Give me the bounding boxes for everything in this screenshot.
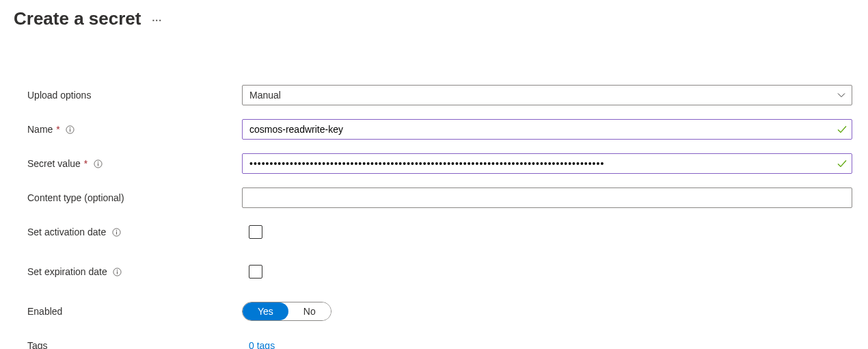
checkmark-icon xyxy=(837,124,847,135)
expiration-date-checkbox[interactable] xyxy=(249,265,262,279)
expiration-date-label-text: Set expiration date xyxy=(27,266,107,277)
more-actions-icon[interactable]: ··· xyxy=(152,15,162,26)
upload-options-value: Manual xyxy=(243,90,831,101)
upload-options-row: Upload options Manual xyxy=(27,84,854,106)
activation-date-label-text: Set activation date xyxy=(27,227,106,237)
secret-value-label: Secret value * xyxy=(27,158,242,169)
content-type-label: Content type (optional) xyxy=(27,192,242,203)
upload-options-label: Upload options xyxy=(27,90,242,101)
content-type-label-text: Content type (optional) xyxy=(27,192,124,203)
svg-point-7 xyxy=(116,229,116,230)
enabled-label: Enabled xyxy=(27,306,242,317)
svg-rect-5 xyxy=(98,163,98,166)
activation-date-label: Set activation date xyxy=(27,227,242,237)
upload-options-select[interactable]: Manual xyxy=(242,85,852,105)
required-indicator: * xyxy=(56,124,59,135)
name-input-wrap xyxy=(242,119,852,140)
content-type-row: Content type (optional) xyxy=(27,187,854,209)
secret-value-label-text: Secret value xyxy=(27,158,81,169)
secret-value-input-wrap xyxy=(242,153,852,174)
create-secret-form: Upload options Manual Name * xyxy=(0,70,868,349)
page-title: Create a secret xyxy=(14,8,141,29)
secret-value-row: Secret value * xyxy=(27,153,854,174)
chevron-down-icon xyxy=(831,91,852,99)
svg-point-10 xyxy=(117,269,118,270)
upload-options-label-text: Upload options xyxy=(27,90,91,101)
svg-rect-8 xyxy=(116,231,117,234)
enabled-toggle-group: Yes No xyxy=(242,302,331,321)
tags-label: Tags xyxy=(27,340,242,349)
svg-point-4 xyxy=(98,161,98,161)
info-icon[interactable] xyxy=(113,267,122,276)
tags-link[interactable]: 0 tags xyxy=(242,340,275,349)
name-input[interactable] xyxy=(243,120,852,139)
enabled-no-button[interactable]: No xyxy=(288,302,331,320)
tags-label-text: Tags xyxy=(27,340,48,349)
activation-date-row: Set activation date xyxy=(27,221,854,243)
expiration-date-label: Set expiration date xyxy=(27,266,242,277)
tags-row: Tags 0 tags xyxy=(27,335,854,349)
info-icon[interactable] xyxy=(111,227,121,237)
name-row: Name * xyxy=(27,118,854,140)
expiration-date-row: Set expiration date xyxy=(27,261,854,283)
checkmark-icon xyxy=(837,158,847,169)
secret-value-input[interactable] xyxy=(243,154,852,173)
content-type-input-wrap xyxy=(242,188,852,208)
svg-rect-11 xyxy=(117,271,118,274)
activation-date-checkbox[interactable] xyxy=(249,225,262,239)
enabled-yes-button[interactable]: Yes xyxy=(243,302,288,320)
page-header: Create a secret ··· xyxy=(0,0,868,29)
info-icon[interactable] xyxy=(66,125,75,134)
svg-point-1 xyxy=(70,127,70,127)
svg-rect-2 xyxy=(70,129,70,131)
name-label-text: Name xyxy=(27,124,53,135)
info-icon[interactable] xyxy=(93,159,103,168)
enabled-row: Enabled Yes No xyxy=(27,300,854,322)
required-indicator: * xyxy=(84,158,87,169)
name-label: Name * xyxy=(27,124,242,135)
enabled-label-text: Enabled xyxy=(27,306,62,317)
content-type-input[interactable] xyxy=(243,188,852,207)
